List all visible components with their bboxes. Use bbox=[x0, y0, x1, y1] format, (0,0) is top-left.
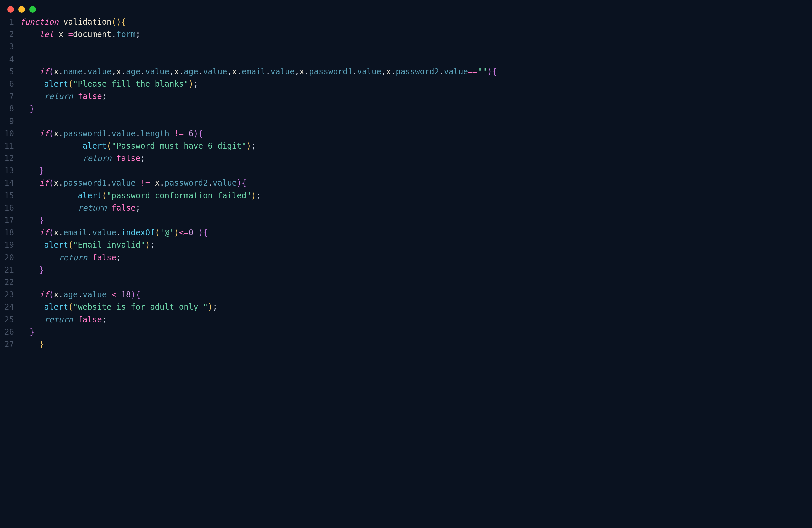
line-number: 20 bbox=[1, 252, 14, 264]
code-line[interactable] bbox=[20, 41, 811, 53]
code-line[interactable]: } bbox=[20, 214, 811, 227]
code-line[interactable]: if(x.name.value,x.age.value,x.age.value,… bbox=[20, 66, 811, 78]
line-number: 11 bbox=[1, 140, 14, 152]
line-number: 4 bbox=[1, 53, 14, 66]
code-line[interactable]: if(x.password1.value.length != 6){ bbox=[20, 128, 811, 140]
line-number: 9 bbox=[1, 115, 14, 128]
code-line[interactable]: return false; bbox=[20, 314, 811, 326]
code-line[interactable]: alert("Email invalid"); bbox=[20, 239, 811, 251]
line-number: 23 bbox=[1, 289, 14, 301]
line-number: 15 bbox=[1, 190, 14, 202]
code-line[interactable]: } bbox=[20, 165, 811, 177]
code-line[interactable]: if(x.email.value.indexOf('@')<=0 ){ bbox=[20, 227, 811, 239]
code-line[interactable]: if(x.password1.value != x.password2.valu… bbox=[20, 177, 811, 189]
line-number-gutter: 1234567891011121314151617181920212223242… bbox=[1, 16, 20, 351]
code-line[interactable]: } bbox=[20, 264, 811, 276]
code-line[interactable] bbox=[20, 276, 811, 289]
line-number: 3 bbox=[1, 41, 14, 53]
code-line[interactable]: return false; bbox=[20, 90, 811, 103]
minimize-icon[interactable] bbox=[18, 6, 25, 13]
line-number: 2 bbox=[1, 28, 14, 41]
code-line[interactable]: } bbox=[20, 326, 811, 338]
close-icon[interactable] bbox=[7, 6, 14, 13]
line-number: 18 bbox=[1, 227, 14, 239]
line-number: 19 bbox=[1, 239, 14, 251]
line-number: 10 bbox=[1, 128, 14, 140]
line-number: 12 bbox=[1, 152, 14, 165]
code-line[interactable]: alert("Password must have 6 digit"); bbox=[20, 140, 811, 152]
code-line[interactable] bbox=[20, 115, 811, 128]
code-line[interactable]: return false; bbox=[20, 252, 811, 264]
line-number: 7 bbox=[1, 90, 14, 103]
code-line[interactable]: if(x.age.value < 18){ bbox=[20, 289, 811, 301]
code-line[interactable]: alert("website is for adult only "); bbox=[20, 301, 811, 313]
code-window: 1234567891011121314151617181920212223242… bbox=[0, 0, 812, 528]
line-number: 24 bbox=[1, 301, 14, 313]
code-line[interactable] bbox=[20, 53, 811, 66]
line-number: 21 bbox=[1, 264, 14, 276]
code-line[interactable]: let x =document.form; bbox=[20, 28, 811, 41]
titlebar bbox=[0, 0, 812, 16]
line-number: 13 bbox=[1, 165, 14, 177]
line-number: 14 bbox=[1, 177, 14, 189]
line-number: 27 bbox=[1, 338, 14, 351]
code-line[interactable]: function validation(){ bbox=[20, 16, 811, 28]
line-number: 22 bbox=[1, 276, 14, 289]
code-line[interactable]: alert("password conformation failed"); bbox=[20, 190, 811, 202]
line-number: 1 bbox=[1, 16, 14, 28]
line-number: 16 bbox=[1, 202, 14, 214]
line-number: 17 bbox=[1, 214, 14, 227]
line-number: 26 bbox=[1, 326, 14, 338]
line-number: 25 bbox=[1, 314, 14, 326]
code-line[interactable]: } bbox=[20, 103, 811, 115]
code-line[interactable]: return false; bbox=[20, 202, 811, 214]
line-number: 5 bbox=[1, 66, 14, 78]
code-line[interactable]: alert("Please fill the blanks"); bbox=[20, 78, 811, 90]
code-content[interactable]: function validation(){ let x =document.f… bbox=[20, 16, 811, 351]
line-number: 8 bbox=[1, 103, 14, 115]
code-line[interactable]: return false; bbox=[20, 152, 811, 165]
code-editor[interactable]: 1234567891011121314151617181920212223242… bbox=[0, 16, 812, 357]
maximize-icon[interactable] bbox=[29, 6, 36, 13]
code-line[interactable]: } bbox=[20, 338, 811, 351]
line-number: 6 bbox=[1, 78, 14, 90]
